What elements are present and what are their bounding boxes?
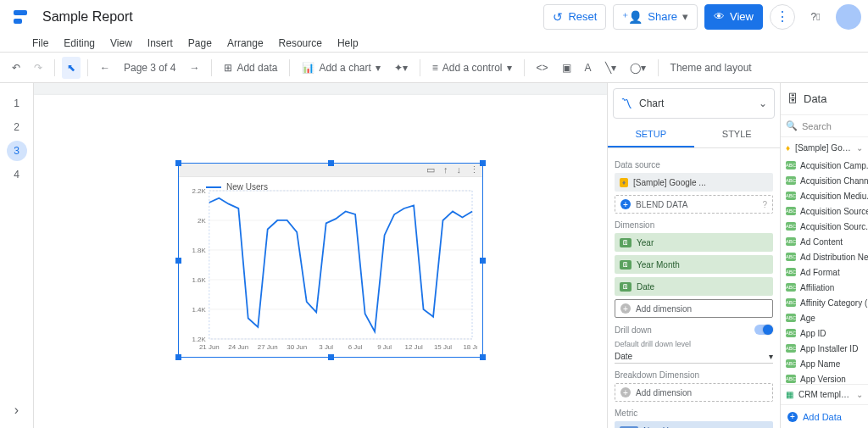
add-control-button[interactable]: ≡Add a control▾ [427,57,517,79]
prev-page[interactable]: ← [95,57,115,79]
menu-file[interactable]: File [32,37,48,49]
svg-text:9 Jul: 9 Jul [377,343,392,351]
drilldown-toggle[interactable] [754,325,773,335]
data-field[interactable]: ABCAffiliation [781,280,868,295]
community-viz-button[interactable]: ✦▾ [389,57,413,79]
chart-sort-asc-icon[interactable]: ↑ [443,164,448,175]
svg-text:18 Jul: 18 Jul [463,343,477,351]
data-icon: 🗄 [787,92,798,105]
view-button[interactable]: 👁View [704,4,763,30]
menu-help[interactable]: Help [337,37,359,49]
data-field[interactable]: ABCAge [781,310,868,325]
data-field[interactable]: ABCAd Format [781,264,868,280]
looker-studio-logo[interactable] [14,7,34,27]
theme-layout-button[interactable]: Theme and layout [665,57,757,79]
dimension-chip-date[interactable]: 🗓Date [615,277,773,296]
chart-type-selector[interactable]: 〽 Chart ⌄ [613,88,775,119]
data-search-input[interactable]: 🔍Search [781,115,868,137]
redo-button[interactable]: ↷ [29,57,47,79]
report-page[interactable]: ▭ ↑ ↓ ⋮ New Users 2.2K2K1.8K1.6K1.4K1.2K… [34,95,607,428]
data-field[interactable]: ABCApp Version [781,371,868,384]
menu-bar: File Editing View Insert Page Arrange Re… [0,34,868,53]
account-avatar[interactable] [836,4,861,30]
chart-sort-desc-icon[interactable]: ↓ [457,164,462,175]
doc-title[interactable]: Sample Report [42,9,133,25]
svg-text:2K: 2K [198,217,206,225]
label-data-source: Data source [615,160,773,170]
svg-text:3 Jul: 3 Jul [319,343,333,351]
data-field[interactable]: ABCApp Name [781,356,868,371]
tab-setup[interactable]: SETUP [608,122,694,147]
data-field[interactable]: ABCAcquisition Chann... [781,173,868,188]
line-button[interactable]: ╲▾ [600,57,621,79]
chart-widget[interactable]: ▭ ↑ ↓ ⋮ New Users 2.2K2K1.8K1.6K1.4K1.2K… [178,163,483,358]
page-nav-expand[interactable]: › [14,403,19,418]
svg-text:1.4K: 1.4K [192,306,207,314]
data-source-row-2[interactable]: ▦CRM template - ...⌄ [781,384,868,404]
add-data-button[interactable]: ⊞Add data [219,57,282,79]
undo-button[interactable]: ↶ [7,57,25,79]
text-button[interactable]: A [580,57,597,79]
menu-page[interactable]: Page [188,37,212,49]
dimension-chip-yearmonth[interactable]: 🗓Year Month [615,255,773,274]
dimension-chip-year[interactable]: 🗓Year [615,233,773,252]
share-button[interactable]: ⁺👤Share▾ [613,4,698,30]
menu-insert[interactable]: Insert [147,37,173,49]
label-dimension: Dimension [615,220,773,230]
url-embed-button[interactable]: <> [531,57,554,79]
menu-view[interactable]: View [110,37,132,49]
toolbar: ↶ ↷ ⬉ ← Page 3 of 4 → ⊞Add data 📊Add a c… [0,53,868,83]
add-breakdown-button[interactable]: +Add dimension [615,383,773,402]
blend-data-button[interactable]: +BLEND DATA? [615,195,773,214]
page-thumb-2[interactable]: 2 [7,117,27,137]
svg-text:27 Jun: 27 Jun [258,343,278,351]
page-thumb-1[interactable]: 1 [7,93,27,114]
data-field[interactable]: ABCAd Content [781,234,868,249]
label-metric: Metric [615,409,773,418]
label-drilldown: Drill down [615,325,652,335]
image-button[interactable]: ▣ [557,57,576,79]
page-indicator[interactable]: Page 3 of 4 [119,57,181,79]
svg-text:1.2K: 1.2K [192,336,207,343]
data-field[interactable]: ABCAcquisition Sourc... [781,219,868,234]
help-icon[interactable]: ?⃝ [802,3,829,31]
label-breakdown: Breakdown Dimension [615,370,773,380]
svg-text:1.8K: 1.8K [192,247,207,254]
drilldown-level-select[interactable]: Date▾ [615,352,773,364]
add-chart-button[interactable]: 📊Add a chart▾ [297,57,385,79]
reset-button[interactable]: ↺Reset [543,4,606,30]
shape-button[interactable]: ◯▾ [625,57,651,79]
data-source-row[interactable]: ♦[Sample] Google ...⌄ [781,137,868,158]
chevron-down-icon: ⌄ [759,97,767,109]
page-navigator: 1 2 3 4 › [0,83,34,428]
add-dimension-button[interactable]: +Add dimension [615,299,773,318]
page-thumb-3[interactable]: 3 [7,141,27,161]
line-chart-icon: 〽 [620,97,632,110]
svg-text:21 Jun: 21 Jun [199,343,220,351]
page-thumb-4[interactable]: 4 [7,164,27,185]
data-panel: 🗄Data 🔍Search ♦[Sample] Google ...⌄ ABCA… [780,83,868,428]
tab-style[interactable]: STYLE [694,122,781,147]
data-field[interactable]: ABCAcquisition Source [781,203,868,219]
data-field[interactable]: ABCAd Distribution Ne... [781,249,868,264]
metric-chip-newusers[interactable]: AUTNew Users [615,421,773,428]
data-field[interactable]: ABCAcquisition Camp... [781,158,868,173]
more-options-button[interactable]: ⋮ [770,4,795,30]
chart-export-icon[interactable]: ▭ [426,164,435,175]
data-field[interactable]: ABCApp Installer ID [781,341,868,356]
pointer-tool[interactable]: ⬉ [62,57,81,79]
next-page[interactable]: → [184,57,204,79]
canvas[interactable]: ▭ ↑ ↓ ⋮ New Users 2.2K2K1.8K1.6K1.4K1.2K… [34,83,607,428]
data-source-chip[interactable]: ♦[Sample] Google ... [615,173,773,192]
data-field[interactable]: ABCAcquisition Mediu... [781,188,868,203]
add-data-source-button[interactable]: +Add Data [781,404,868,428]
data-field[interactable]: ABCApp ID [781,325,868,341]
menu-arrange[interactable]: Arrange [227,37,264,49]
svg-text:12 Jul: 12 Jul [404,343,422,351]
svg-text:6 Jul: 6 Jul [348,343,363,351]
chart-more-icon[interactable]: ⋮ [470,164,479,175]
menu-resource[interactable]: Resource [279,37,322,49]
svg-text:15 Jul: 15 Jul [434,343,452,351]
data-field[interactable]: ABCAffinity Category (... [781,295,868,310]
menu-editing[interactable]: Editing [64,37,95,49]
